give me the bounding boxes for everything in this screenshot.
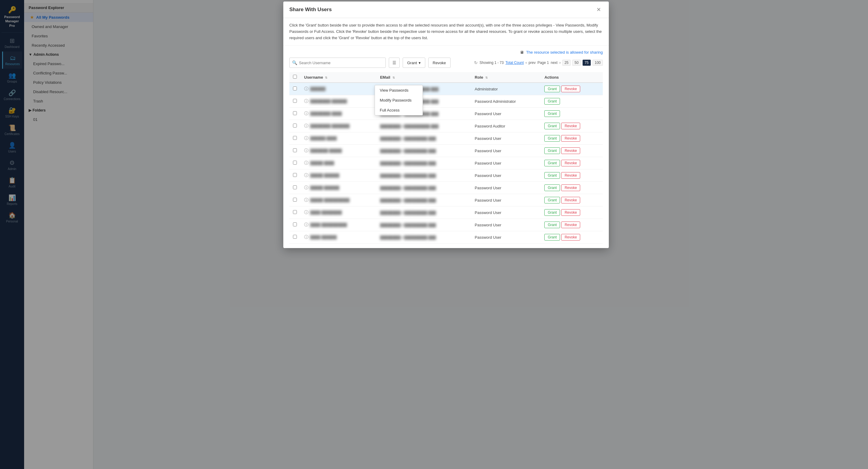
sharing-note-link[interactable]: The resource selected is allowed for sha… — [526, 50, 603, 55]
username-cell-12: ⓘ████ ██████ — [301, 231, 376, 244]
role-col-header: Role ⇅ — [471, 72, 541, 83]
grant-btn-10[interactable]: Grant — [544, 209, 560, 216]
page-size-100[interactable]: 100 — [592, 60, 603, 66]
modify-passwords-option[interactable]: Modify Passwords — [375, 95, 423, 105]
refresh-icon[interactable]: ↻ — [474, 60, 478, 65]
revoke-btn-6[interactable]: Revoke — [561, 160, 580, 166]
email-cell-12: ████████@█████████.███ — [376, 231, 471, 244]
grant-btn-6[interactable]: Grant — [544, 160, 560, 166]
page-size-75[interactable]: 75 — [583, 60, 591, 66]
info-icon-11[interactable]: ⓘ — [304, 222, 308, 227]
search-input[interactable] — [299, 61, 383, 65]
grant-btn-4[interactable]: Grant — [544, 135, 560, 142]
info-icon-0[interactable]: ⓘ — [304, 86, 308, 91]
username-cell-7: ⓘ█████ ██████ — [301, 169, 376, 182]
grant-btn-9[interactable]: Grant — [544, 197, 560, 204]
row-checkbox-3[interactable] — [293, 124, 297, 127]
revoke-btn-4[interactable]: Revoke — [561, 135, 580, 142]
username-cell-2: ⓘ████████ ████ — [301, 107, 376, 120]
role-value-5: Password User — [475, 149, 501, 153]
row-checkbox-10[interactable] — [293, 210, 297, 214]
role-cell-8: Password User — [471, 182, 541, 194]
grant-dropdown-wrapper: Grant ▾ — [403, 58, 425, 68]
view-toggle-button[interactable]: ☰ — [389, 58, 400, 68]
grant-btn-0[interactable]: Grant — [544, 86, 560, 92]
row-checkbox-1[interactable] — [293, 99, 297, 103]
info-icon-1[interactable]: ⓘ — [304, 99, 308, 103]
revoke-btn-3[interactable]: Revoke — [561, 123, 580, 129]
info-icon-10[interactable]: ⓘ — [304, 210, 308, 215]
row-checkbox-2[interactable] — [293, 111, 297, 115]
email-cell-8: ████████@█████████.███ — [376, 182, 471, 194]
prev-button[interactable]: prev — [529, 61, 535, 65]
actions-cell-4: GrantRevoke — [541, 132, 603, 145]
row-checkbox-6[interactable] — [293, 161, 297, 164]
revoke-btn-7[interactable]: Revoke — [561, 172, 580, 179]
chevron-down-icon: ▾ — [418, 61, 421, 65]
revoke-btn-11[interactable]: Revoke — [561, 222, 580, 228]
action-buttons-4: GrantRevoke — [544, 135, 599, 142]
modal-description: Click the 'Grant' button beside the user… — [283, 18, 609, 45]
role-cell-11: Password User — [471, 219, 541, 231]
info-icon-3[interactable]: ⓘ — [304, 123, 308, 128]
grant-btn-5[interactable]: Grant — [544, 147, 560, 154]
row-checkbox-5[interactable] — [293, 148, 297, 152]
revoke-btn-10[interactable]: Revoke — [561, 209, 580, 216]
grant-btn-11[interactable]: Grant — [544, 222, 560, 228]
info-icon-7[interactable]: ⓘ — [304, 173, 308, 178]
grant-btn-1[interactable]: Grant — [544, 98, 560, 104]
info-icon-9[interactable]: ⓘ — [304, 197, 308, 202]
grant-btn-12[interactable]: Grant — [544, 234, 560, 241]
info-icon-4[interactable]: ⓘ — [304, 136, 308, 140]
role-value-8: Password User — [475, 186, 501, 190]
page-size-25[interactable]: 25 — [562, 60, 570, 66]
info-icon-12[interactable]: ⓘ — [304, 234, 308, 239]
revoke-btn-0[interactable]: Revoke — [561, 86, 580, 92]
info-icon-5[interactable]: ⓘ — [304, 148, 308, 153]
view-passwords-option[interactable]: View Passwords — [375, 85, 423, 95]
role-value-10: Password User — [475, 210, 501, 215]
page-size-50[interactable]: 50 — [572, 60, 581, 66]
row-checkbox-9[interactable] — [293, 198, 297, 201]
full-access-option[interactable]: Full Access — [375, 105, 423, 115]
grant-button[interactable]: Grant ▾ — [403, 58, 425, 68]
page-label: Page 1 — [537, 61, 549, 65]
total-count-link[interactable]: Total Count — [505, 61, 524, 65]
info-icon-8[interactable]: ⓘ — [304, 185, 308, 190]
action-buttons-10: GrantRevoke — [544, 209, 599, 216]
row-checkbox-4[interactable] — [293, 136, 297, 140]
revoke-btn-5[interactable]: Revoke — [561, 147, 580, 154]
next-button[interactable]: next — [551, 61, 558, 65]
grant-btn-8[interactable]: Grant — [544, 184, 560, 191]
email-cell-7: ████████@█████████.███ — [376, 169, 471, 182]
grant-btn-7[interactable]: Grant — [544, 172, 560, 179]
row-checkbox-8[interactable] — [293, 185, 297, 189]
revoke-btn-9[interactable]: Revoke — [561, 197, 580, 204]
select-all-checkbox[interactable] — [293, 75, 297, 79]
email-value-6: ████████@█████████.███ — [380, 161, 436, 165]
action-buttons-12: GrantRevoke — [544, 234, 599, 241]
revoke-btn-12[interactable]: Revoke — [561, 234, 580, 241]
info-icon-2[interactable]: ⓘ — [304, 111, 308, 116]
revoke-btn-8[interactable]: Revoke — [561, 184, 580, 191]
email-value-12: ████████@█████████.███ — [380, 236, 436, 240]
row-checkbox-7[interactable] — [293, 173, 297, 177]
role-cell-4: Password User — [471, 132, 541, 145]
prev-icon: ‹ — [526, 61, 527, 65]
info-icon-6[interactable]: ⓘ — [304, 160, 308, 165]
actions-cell-10: GrantRevoke — [541, 207, 603, 219]
email-value-8: ████████@█████████.███ — [380, 186, 436, 190]
email-value-9: ████████@█████████.███ — [380, 198, 436, 202]
role-cell-2: Password User — [471, 107, 541, 120]
row-checkbox-0[interactable] — [293, 87, 297, 90]
row-checkbox-11[interactable] — [293, 222, 297, 226]
table-row: ⓘ████ ██████████████████@█████████.███Pa… — [289, 219, 603, 231]
username-cell-4: ⓘ██████ ████ — [301, 132, 376, 145]
revoke-top-button[interactable]: Revoke — [428, 58, 451, 68]
role-cell-10: Password User — [471, 207, 541, 219]
grant-btn-3[interactable]: Grant — [544, 123, 560, 129]
modal-close-button[interactable]: ✕ — [595, 6, 603, 13]
row-checkbox-12[interactable] — [293, 235, 297, 239]
actions-col-header: Actions — [541, 72, 603, 83]
grant-btn-2[interactable]: Grant — [544, 110, 560, 117]
